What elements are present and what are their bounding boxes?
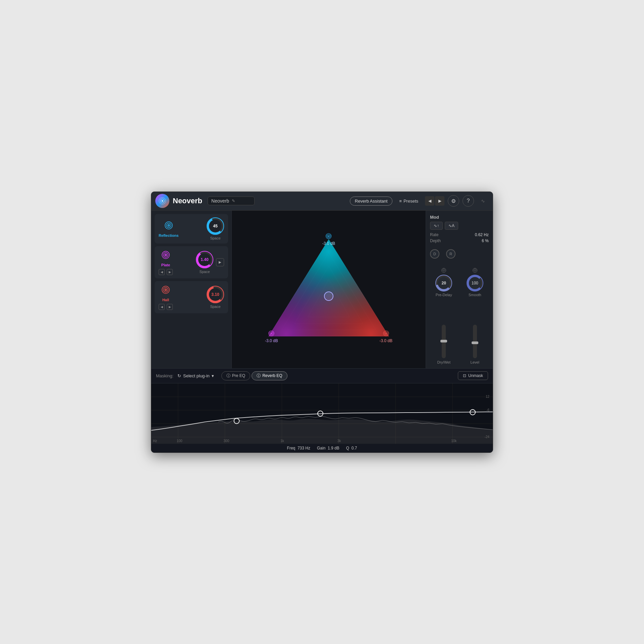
prev-button[interactable]: ◀: [425, 196, 434, 206]
level-fader[interactable]: [473, 325, 477, 358]
svg-point-31: [271, 333, 272, 334]
d-dot[interactable]: D: [430, 249, 439, 259]
pre-eq-tab[interactable]: ⓘ Pre EQ: [221, 371, 250, 380]
select-plugin-icon: ↻: [177, 373, 181, 378]
reflections-knob[interactable]: 45: [207, 217, 224, 235]
svg-point-18: [328, 236, 329, 236]
presets-icon: ≡: [399, 199, 402, 204]
settings-button[interactable]: ⚙: [448, 195, 459, 207]
bottom-right-icon: [382, 330, 390, 337]
plate-knob[interactable]: 1.40: [196, 251, 213, 268]
q-param: Q 0.7: [346, 446, 357, 450]
smooth-knob-inner: 100: [469, 277, 481, 289]
activity-button[interactable]: ∿: [477, 195, 489, 207]
svg-text:Hz: Hz: [153, 439, 157, 442]
masking-select[interactable]: ↻ Select plug-in ▾: [177, 373, 214, 378]
eq-footer: Freq 733 Hz Gain 1.9 dB Q 0.7: [151, 444, 493, 452]
svg-text:-6: -6: [486, 408, 489, 412]
help-button[interactable]: ?: [463, 195, 474, 207]
svg-text:-24: -24: [485, 435, 490, 438]
hall-next-btn[interactable]: ▶: [167, 304, 173, 310]
hall-knob[interactable]: 3.10: [207, 286, 224, 303]
main-area: Reflections 45 Space: [151, 211, 493, 368]
top-db-label: -3.0 dB: [322, 241, 335, 246]
reflections-label-group: Reflections: [159, 220, 178, 237]
mod-section: Mod ∿↑ ∿A Rate 0.62 Hz Depth 6 %: [430, 215, 489, 245]
pre-delay-toggle[interactable]: ⓘ: [441, 268, 446, 273]
hall-arrows: ◀ ▶: [159, 304, 173, 310]
mod-buttons: ∿↑ ∿A: [430, 222, 489, 230]
r-dot[interactable]: R: [446, 249, 455, 259]
q-value: 0.7: [352, 446, 357, 450]
right-db-label: -3.0 dB: [379, 338, 392, 343]
plate-next-btn[interactable]: ▶: [167, 269, 173, 275]
unmask-button[interactable]: ⊡ Unmask: [458, 371, 488, 380]
level-thumb[interactable]: [472, 341, 478, 344]
gain-param: Gain 1.9 dB: [317, 446, 339, 450]
dry-wet-fader-section: Dry/Wet: [430, 325, 458, 364]
reverb-assistant-button[interactable]: Reverb Assistant: [350, 197, 393, 206]
presets-button[interactable]: ≡ Presets: [396, 197, 422, 205]
rate-value: 0.62 Hz: [475, 232, 489, 237]
d-r-dots: D R: [430, 249, 455, 259]
svg-text:300: 300: [224, 439, 229, 442]
dry-wet-label: Dry/Wet: [437, 360, 450, 364]
depth-row: Depth 6 %: [430, 238, 489, 243]
hall-section: Hall ◀ ▶ 3.10 Space: [155, 281, 228, 313]
plugin-name: Neoverb: [173, 197, 202, 205]
plate-prev-btn[interactable]: ◀: [159, 269, 165, 275]
plate-label-group: Plate ◀ ▶: [159, 250, 173, 275]
hall-prev-btn[interactable]: ◀: [159, 304, 165, 310]
svg-point-2: [162, 200, 163, 202]
svg-text:12: 12: [486, 394, 490, 398]
reverb-eq-label: Reverb EQ: [262, 373, 282, 378]
reflections-knob-area: 45 Space: [207, 217, 224, 240]
eq-canvas[interactable]: 12 -6 -24 Hz 100 300 1k 3k 10k: [151, 383, 493, 444]
dry-wet-thumb[interactable]: [440, 340, 447, 342]
hall-knob-area: 3.10 Space: [207, 286, 224, 309]
hall-label: Hall: [162, 298, 169, 302]
plate-icon: [160, 250, 171, 262]
bottom-panel: Masking: ↻ Select plug-in ▾ ⓘ Pre EQ ⓘ R…: [151, 368, 493, 452]
fader-row: Dry/Wet Level: [430, 303, 489, 364]
right-panel: Mod ∿↑ ∿A Rate 0.62 Hz Depth 6 %: [426, 211, 493, 368]
svg-point-6: [168, 225, 169, 226]
preset-field[interactable]: Neoverb ✎: [208, 197, 255, 205]
preset-name: Neoverb: [211, 198, 229, 204]
header: Neoverb Neoverb ✎ Reverb Assistant ≡ Pre…: [151, 192, 493, 211]
eq-svg: 12 -6 -24 Hz 100 300 1k 3k 10k: [151, 383, 493, 444]
reflections-space-label: Space: [210, 236, 220, 240]
svg-point-10: [165, 254, 166, 255]
rate-label: Rate: [430, 232, 438, 237]
rate-row: Rate 0.62 Hz: [430, 232, 489, 237]
level-fader-section: Level: [461, 325, 489, 364]
knob-row: ⓘ 20 Pre-Delay ⓘ 100: [430, 268, 489, 297]
presets-label: Presets: [404, 199, 418, 204]
unmask-label: Unmask: [468, 373, 483, 378]
smooth-knob[interactable]: 100: [467, 275, 483, 291]
svg-point-35: [386, 333, 386, 334]
svg-point-14: [165, 289, 166, 290]
masking-label: Masking:: [156, 373, 173, 378]
svg-text:1k: 1k: [280, 439, 284, 442]
plate-knob-area: 1.40 Space: [196, 251, 213, 274]
mod-btn-2[interactable]: ∿A: [445, 222, 458, 230]
reverb-eq-tab[interactable]: ⓘ Reverb EQ: [252, 371, 287, 380]
center-panel: -3.0 dB: [232, 211, 426, 368]
depth-value: 6 %: [482, 238, 489, 243]
next-button[interactable]: ▶: [435, 196, 444, 206]
plate-arrows: ◀ ▶: [159, 269, 173, 275]
plate-label: Plate: [161, 263, 170, 267]
left-panel: Reflections 45 Space: [151, 211, 232, 368]
pre-eq-icon: ⓘ: [226, 373, 230, 379]
svg-text:3k: 3k: [337, 439, 341, 442]
nav-buttons: ◀ ▶: [425, 196, 444, 206]
hall-space-label: Space: [210, 305, 220, 309]
reflections-section: Reflections 45 Space: [155, 214, 228, 244]
pre-delay-knob[interactable]: 20: [435, 275, 452, 291]
smooth-toggle[interactable]: ⓘ: [473, 268, 477, 273]
plate-play-btn[interactable]: ▶: [216, 258, 224, 266]
depth-label: Depth: [430, 238, 441, 243]
dry-wet-fader[interactable]: [442, 325, 446, 358]
mod-btn-1[interactable]: ∿↑: [430, 222, 443, 230]
